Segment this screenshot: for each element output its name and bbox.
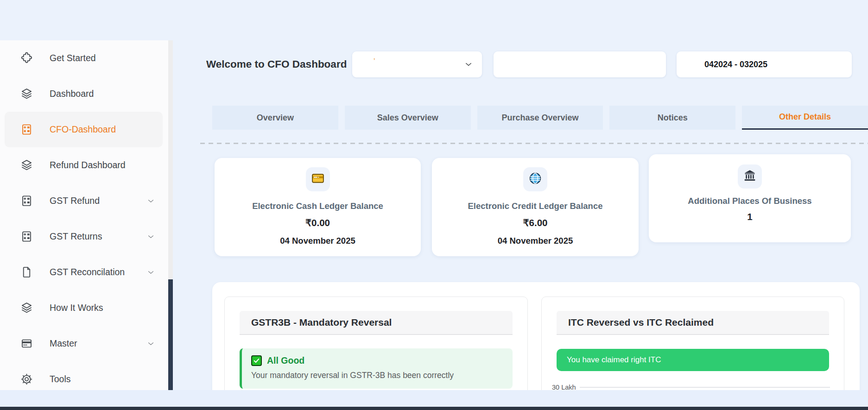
sidebar-item-label: Get Started	[50, 53, 96, 63]
sidebar-item-label: Dashboard	[50, 88, 94, 99]
tab-purchase-overview[interactable]: Purchase Overview	[477, 106, 603, 130]
tab-other-details[interactable]: Other Details	[742, 106, 868, 130]
sidebar-item-label: CFO-Dashboard	[50, 124, 116, 135]
card-value: 1	[747, 211, 752, 222]
card-date: 04 November 2025	[280, 236, 355, 246]
cfo-dashboard-page: Get Started Dashboard CFO-Dashboard Refu…	[0, 0, 868, 410]
sidebar-item-gst-reconcilation[interactable]: GST Reconcilation	[5, 254, 163, 290]
icon-badge	[523, 167, 547, 191]
green-checkbox-icon	[251, 355, 262, 366]
gstr3b-panel-title: GSTR3B - Mandatory Reversal	[240, 311, 513, 335]
icon-badge	[306, 167, 330, 191]
credit-ledger-card: Electronic Credit Ledger Balance ₹6.00 0…	[432, 158, 639, 256]
itc-success-banner: You have claimed right ITC	[557, 349, 829, 371]
chart-gridline	[580, 387, 830, 388]
sidebar-item-gst-refund[interactable]: GST Refund	[5, 183, 163, 219]
sidebar-item-label: Master	[50, 338, 77, 349]
card-date: 04 November 2025	[498, 236, 573, 246]
sidebar-item-get-started[interactable]: Get Started	[5, 40, 163, 76]
sidebar-item-master[interactable]: Master	[5, 326, 163, 361]
chevron-down-icon[interactable]	[147, 340, 155, 347]
credit-card-icon	[20, 337, 33, 350]
page-title: Welcome to CFO Dashboard	[206, 51, 347, 77]
bank-icon	[743, 169, 757, 184]
gstr3b-status-alert: All Good Your mandatory reversal in GSTR…	[240, 348, 513, 389]
status-text: Your mandatory reversal in GSTR-3B has b…	[251, 371, 503, 380]
sidebar-item-label: GST Refund	[50, 196, 100, 206]
calculator-icon	[20, 230, 33, 243]
dashboard-tabs: Overview Sales Overview Purchase Overvie…	[212, 106, 868, 130]
sidebar: Get Started Dashboard CFO-Dashboard Refu…	[0, 40, 168, 390]
chevron-down-icon	[464, 60, 473, 69]
sidebar-item-label: GST Returns	[50, 231, 102, 242]
footer-strip	[0, 390, 868, 407]
tab-overview[interactable]: Overview	[212, 106, 338, 130]
sidebar-item-refund-dashboard[interactable]: Refund Dashboard	[5, 147, 163, 183]
dashed-divider	[200, 143, 868, 144]
globe-icon	[528, 171, 542, 187]
layers-icon	[20, 88, 33, 100]
layers-icon	[20, 302, 33, 314]
card-title: Electronic Cash Ledger Balance	[252, 201, 383, 211]
chevron-down-icon[interactable]	[147, 268, 155, 276]
company-select[interactable]: ’	[352, 51, 482, 77]
status-title: All Good	[267, 355, 304, 366]
sidebar-item-label: Tools	[50, 374, 71, 385]
gear-icon	[20, 373, 33, 385]
sidebar-scrollbar-thumb[interactable]	[168, 279, 173, 390]
calculator-icon	[20, 123, 33, 136]
period-value: 042024 - 032025	[704, 60, 767, 69]
card-title: Electronic Credit Ledger Balance	[468, 201, 603, 211]
tab-notices[interactable]: Notices	[609, 106, 735, 130]
tab-sales-overview[interactable]: Sales Overview	[345, 106, 471, 130]
sidebar-item-dashboard[interactable]: Dashboard	[5, 76, 163, 112]
card-title: Additional Places Of Business	[688, 196, 811, 206]
card-value: ₹0.00	[305, 217, 330, 228]
calculator-icon	[20, 195, 33, 207]
file-icon	[20, 266, 33, 278]
icon-badge	[738, 164, 762, 189]
sidebar-item-label: Refund Dashboard	[50, 160, 126, 170]
sidebar-item-label: GST Reconcilation	[50, 267, 125, 278]
cash-ledger-card: Electronic Cash Ledger Balance ₹0.00 04 …	[215, 158, 421, 256]
itc-panel-title: ITC Reversed vs ITC Reclaimed	[557, 311, 829, 335]
chevron-down-icon[interactable]	[147, 197, 155, 205]
layers-icon	[20, 159, 33, 171]
additional-places-card: Additional Places Of Business 1	[649, 154, 851, 242]
sidebar-item-gst-returns[interactable]: GST Returns	[5, 219, 163, 254]
chevron-down-icon[interactable]	[147, 233, 155, 240]
cash-card-icon	[311, 171, 325, 187]
sidebar-item-cfo-dashboard[interactable]: CFO-Dashboard	[5, 112, 163, 147]
sidebar-item-how-it-works[interactable]: How It Works	[5, 290, 163, 326]
company-select-value: ’	[374, 57, 375, 64]
bottom-scrollbar[interactable]	[0, 407, 868, 410]
puzzle-icon	[20, 52, 33, 64]
sidebar-item-label: How It Works	[50, 303, 103, 313]
banner-text: You have claimed right ITC	[567, 355, 661, 365]
period-input[interactable]: 042024 - 032025	[677, 51, 852, 77]
filter-input[interactable]	[494, 51, 666, 77]
card-value: ₹6.00	[523, 217, 548, 228]
